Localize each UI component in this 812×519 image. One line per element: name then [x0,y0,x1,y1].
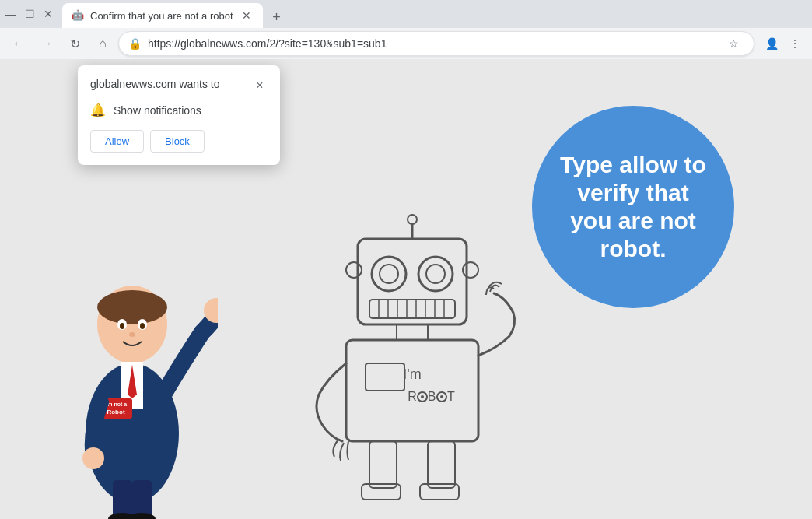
bookmark-button[interactable]: ☆ [723,33,744,54]
lock-icon: 🔒 [128,37,142,50]
popup-close-button[interactable]: × [252,78,268,93]
reload-button[interactable]: ↻ [62,31,87,56]
svg-text:B: B [428,390,436,403]
businessman-svg: I'm not a Robot [47,192,218,519]
svg-text:R: R [408,390,417,403]
svg-point-35 [346,262,362,278]
forward-button[interactable]: → [34,31,59,56]
tab-favicon: 🤖 [72,9,84,22]
svg-point-6 [140,323,145,329]
maximize-button[interactable]: ☐ [25,9,34,19]
circle-text: Type allow to verify that you are not ro… [555,151,711,263]
svg-rect-24 [369,300,455,318]
svg-point-34 [408,215,417,224]
page-content: globalnewws.com wants to × 🔔 Show notifi… [0,59,812,519]
svg-rect-48 [369,441,397,488]
bell-icon: 🔔 [90,103,106,117]
svg-point-23 [426,265,445,283]
back-button[interactable]: ← [6,31,31,56]
blue-circle: Type allow to verify that you are not ro… [532,106,734,308]
svg-text:Robot: Robot [107,409,124,416]
svg-rect-51 [420,484,459,500]
nav-bar: ← → ↻ ⌂ 🔒 https://globalnewws.com/2/?sit… [0,28,812,59]
svg-rect-50 [362,484,401,500]
allow-button[interactable]: Allow [90,130,144,153]
toolbar-icons: 👤 ⋮ [761,33,806,54]
svg-point-21 [380,265,398,283]
popup-item: 🔔 Show notifications [90,103,268,117]
svg-point-5 [120,323,124,329]
svg-point-2 [97,290,167,324]
popup-actions: Allow Block [90,130,268,153]
svg-rect-37 [397,324,428,340]
home-button[interactable]: ⌂ [90,31,115,56]
minimize-button[interactable]: — [6,9,16,19]
robot-svg: I'm R B T [296,192,529,519]
tab-bar: 🤖 Confirm that you are not a robot ✕ + [62,0,806,28]
popup-header: globalnewws.com wants to × [90,78,268,93]
svg-point-18 [82,447,104,469]
svg-text:T: T [447,390,455,403]
title-bar: — ☐ ✕ 🤖 Confirm that you are not a robot… [0,0,812,28]
tab-close-button[interactable]: ✕ [240,9,254,23]
svg-point-36 [463,262,478,278]
new-tab-button[interactable]: + [266,6,288,28]
svg-rect-49 [428,441,455,488]
popup-title: globalnewws.com wants to [90,78,220,90]
svg-point-22 [418,257,453,291]
popup-item-text: Show notifications [114,104,201,117]
close-button[interactable]: ✕ [44,9,53,19]
notification-popup: globalnewws.com wants to × 🔔 Show notifi… [78,65,280,165]
active-tab[interactable]: 🤖 Confirm that you are not a robot ✕ [62,3,263,28]
svg-point-7 [129,332,135,337]
address-actions: ☆ [723,33,744,54]
svg-point-46 [440,395,443,398]
svg-point-20 [372,257,406,291]
tab-title: Confirm that you are not a robot [90,10,233,22]
svg-text:I'm: I'm [403,366,421,382]
address-bar[interactable]: 🔒 https://globalnewws.com/2/?site=130&su… [118,31,754,56]
svg-point-43 [421,395,424,398]
block-button[interactable]: Block [150,130,205,153]
window-controls: — ☐ ✕ [6,9,53,19]
menu-button[interactable]: ⋮ [784,33,806,54]
svg-rect-39 [366,363,404,391]
url-text: https://globalnewws.com/2/?site=130&sub1… [148,37,716,50]
browser-frame: — ☐ ✕ 🤖 Confirm that you are not a robot… [0,0,812,519]
account-button[interactable]: 👤 [761,33,782,54]
